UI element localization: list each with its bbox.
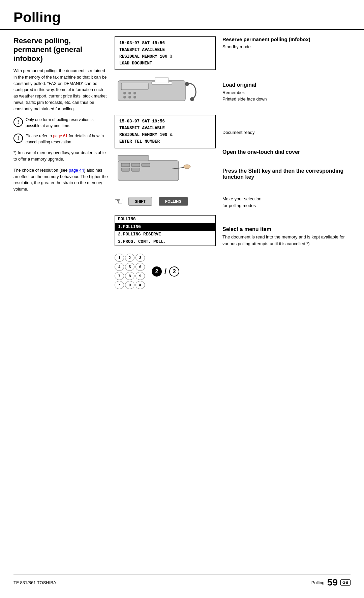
right-text-2-1: Remember:	[222, 89, 351, 96]
key-3[interactable]: 3	[135, 254, 145, 262]
right-section-2: Load original Remember: Printed side fac…	[222, 82, 351, 108]
key-8[interactable]: 8	[125, 272, 134, 280]
warning-2-before: Please refer to	[26, 134, 53, 138]
footnote-p2: The choice of resolution (see page 44) a…	[13, 167, 108, 193]
right-title-4: Open the one-touch dial cover	[222, 149, 351, 155]
warning-text-1: Only one form of polling reservation is …	[26, 117, 108, 129]
select-num-2: 2	[169, 266, 179, 277]
right-section-7: Select a menu item The document is read …	[222, 226, 351, 252]
right-section-5: Press the Shift key and then the corresp…	[222, 168, 351, 187]
warning-text-2: Please refer to page 61 for details of h…	[26, 133, 108, 145]
right-title-5: Press the Shift key and then the corresp…	[222, 168, 351, 180]
key-hash[interactable]: #	[135, 281, 145, 289]
key-5[interactable]: 5	[125, 263, 134, 271]
key-7[interactable]: 7	[115, 272, 124, 280]
warning-box-2: ! Please refer to page 61 for details of…	[13, 133, 108, 145]
key-6[interactable]: 6	[135, 263, 145, 271]
right-text-6-1: Make your selection	[222, 196, 351, 202]
menu-item-2[interactable]: 2.POLLING RESERVE	[115, 231, 215, 238]
main-content: Reserve polling, permanent (general info…	[0, 30, 364, 291]
footer-section: Polling	[311, 580, 325, 585]
menu-item-3[interactable]: 3.PROG. CONT. POLL.	[115, 238, 215, 246]
key-1[interactable]: 1	[115, 254, 124, 262]
right-section-4: Open the one-touch dial cover	[222, 149, 351, 162]
shift-key-col: SHIFT	[128, 197, 152, 206]
shift-key: SHIFT	[128, 197, 152, 206]
menu-header: POLLING	[115, 216, 215, 223]
key-star[interactable]: *	[115, 281, 124, 289]
select-indicator: 2 / 2	[152, 266, 179, 277]
screen1-line1: 15-03-97 SAT 19:56	[119, 40, 211, 47]
svg-point-7	[123, 96, 126, 98]
page-container: Polling Reserve polling, permanent (gene…	[0, 0, 364, 598]
menu-item-1[interactable]: 1.POLLING	[115, 223, 215, 231]
footnote: *) In case of memory overflow, your deal…	[13, 150, 108, 193]
svg-point-10	[185, 82, 189, 86]
screen2-line4: ENTER TEL NUMBER	[119, 138, 211, 145]
footer-left: TF 831/861 TOSHIBA	[13, 580, 56, 585]
page-title: Polling	[0, 0, 364, 30]
footnote-text2: The choice of resolution (see	[13, 168, 69, 173]
svg-rect-1	[121, 83, 148, 90]
key-4[interactable]: 4	[115, 263, 124, 271]
svg-rect-17	[131, 168, 140, 171]
right-title-1-text: Reserve permanent polling (Infobox)	[222, 36, 310, 42]
right-text-7-1: The document is read into the memory and…	[222, 234, 351, 247]
footnote-text1: In case of memory overflow, your dealer …	[13, 150, 106, 162]
select-slash: /	[164, 267, 166, 276]
svg-point-6	[133, 92, 136, 94]
polling-key-col: POLLING	[159, 197, 188, 206]
key-0[interactable]: 0	[125, 281, 134, 289]
svg-rect-15	[142, 163, 150, 167]
warning-2-link[interactable]: page 61	[53, 134, 67, 138]
svg-point-4	[123, 92, 126, 94]
right-text-6-2: for polling modes	[222, 202, 351, 209]
right-column: Reserve permanent polling (Infobox) Stan…	[222, 36, 351, 291]
screen1-line3: RESIDUAL MEMORY 100 %	[119, 53, 211, 60]
screen2-line1: 15-03-97 SAT 19:56	[119, 118, 211, 125]
right-section-3: Document ready	[222, 129, 351, 141]
screen-box-1: 15-03-97 SAT 19:56 TRANSMIT AVAILABLE RE…	[115, 36, 216, 70]
left-column: Reserve polling, permanent (general info…	[13, 36, 108, 291]
page-footer: TF 831/861 TOSHIBA Polling 59 GB	[13, 574, 351, 588]
svg-point-8	[128, 96, 131, 98]
right-title-2: Load original	[222, 82, 351, 88]
footnote-star: *)	[13, 150, 17, 155]
svg-rect-16	[121, 168, 130, 171]
footnote-link[interactable]: page 44	[69, 168, 84, 173]
key-2[interactable]: 2	[125, 254, 134, 262]
section-title: Reserve polling, permanent (general info…	[13, 36, 108, 63]
warning-icon-2: !	[13, 134, 23, 143]
right-text-3-1: Document ready	[222, 129, 351, 136]
right-text-2-2: Printed side face down	[222, 96, 351, 103]
right-title-7: Select a menu item	[222, 226, 351, 232]
svg-point-11	[190, 97, 194, 101]
svg-point-9	[133, 96, 136, 98]
right-section-6: Make your selection for polling modes	[222, 196, 351, 214]
svg-rect-3	[155, 78, 169, 83]
svg-rect-14	[131, 163, 140, 167]
right-section-1: Reserve permanent polling (Infobox) Stan…	[222, 36, 351, 56]
right-title-1: Reserve permanent polling (Infobox)	[222, 36, 351, 42]
warning-box-1: ! Only one form of polling reservation i…	[13, 117, 108, 129]
hand-pointing-icon: ☞	[115, 196, 123, 207]
screen1-line4: LOAD DOCUMENT	[119, 60, 211, 67]
right-text-1-1: Standby mode	[222, 44, 351, 50]
warning-1-label: Only one form of polling reservation is …	[26, 117, 93, 128]
select-num-1: 2	[152, 266, 162, 277]
screen2-line3: RESIDUAL MEMORY 100 %	[119, 132, 211, 138]
numpad: 1 2 3 4 5 6 7 8 9 * 0 #	[115, 254, 145, 289]
warning-icon-1: !	[13, 117, 23, 127]
section-body: With permanent polling, the document is …	[13, 68, 108, 112]
screen-box-2: 15-03-97 SAT 19:56 TRANSMIT AVAILABLE RE…	[115, 115, 216, 148]
page-number: 59	[327, 577, 338, 588]
footer-right: Polling 59 GB	[311, 577, 351, 588]
menu-box: POLLING 1.POLLING 2.POLLING RESERVE 3.PR…	[115, 215, 216, 246]
screen1-line2: TRANSMIT AVAILABLE	[119, 47, 211, 53]
fax-illustration-1	[115, 76, 202, 109]
footnote-p1: *) In case of memory overflow, your deal…	[13, 150, 108, 163]
gb-badge: GB	[340, 579, 351, 586]
screen2-line2: TRANSMIT AVAILABLE	[119, 125, 211, 132]
svg-rect-13	[121, 163, 130, 167]
key-9[interactable]: 9	[135, 272, 145, 280]
